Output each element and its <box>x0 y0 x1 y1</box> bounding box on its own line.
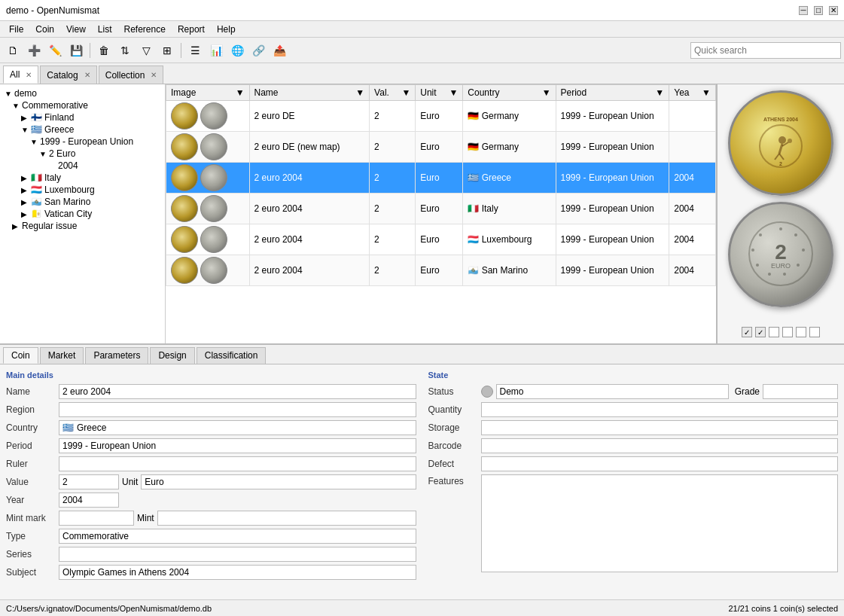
input-storage[interactable] <box>481 420 839 435</box>
sidebar-item-sanmarino[interactable]: ▶ 🇸🇲 San Marino <box>3 196 162 208</box>
table-row[interactable]: 2 euro 20042Euro🇸🇲 San Marino1999 - Euro… <box>166 255 716 286</box>
checkbox1[interactable]: ✓ <box>742 327 752 337</box>
sidebar-item-greece[interactable]: ▼ 🇬🇷 Greece <box>3 124 162 136</box>
tab-collection[interactable]: Collection ✕ <box>99 66 164 84</box>
input-unit[interactable] <box>141 474 416 489</box>
table-view-button[interactable]: ☰ <box>185 41 205 60</box>
input-subject[interactable] <box>59 565 416 580</box>
filter-button[interactable]: ▽ <box>136 41 156 60</box>
tab-parameters[interactable]: Parameters <box>85 347 148 364</box>
col-country[interactable]: Country▼ <box>463 85 556 101</box>
input-region[interactable] <box>59 402 416 417</box>
input-mint[interactable] <box>157 511 416 526</box>
menu-help[interactable]: Help <box>211 23 242 36</box>
tab-collection-close[interactable]: ✕ <box>151 71 157 79</box>
tab-catalog[interactable]: Catalog ✕ <box>40 66 96 84</box>
table-row[interactable]: 2 euro 20042Euro🇱🇺 Luxembourg1999 - Euro… <box>166 224 716 255</box>
checkbox6[interactable] <box>809 327 820 337</box>
sidebar-item-commemorative[interactable]: ▼ Commemorative <box>3 99 162 111</box>
tab-catalog-close[interactable]: ✕ <box>84 71 90 79</box>
search-input[interactable] <box>690 42 841 59</box>
input-barcode[interactable] <box>481 438 839 453</box>
label-defect: Defect <box>428 459 481 469</box>
close-button[interactable]: ✕ <box>829 6 838 15</box>
menu-file[interactable]: File <box>3 23 29 36</box>
export-button[interactable]: 📤 <box>270 41 289 60</box>
col-image[interactable]: Image▼ <box>166 85 250 101</box>
sidebar-item-2euro[interactable]: ▼ 2 Euro <box>3 148 162 160</box>
detail-body: Main details Name Region Country 🇬🇷 Gre <box>0 364 844 599</box>
sidebar-item-demo[interactable]: ▼ demo <box>3 87 162 99</box>
save-button[interactable]: 💾 <box>66 41 86 60</box>
menu-list[interactable]: List <box>92 23 118 36</box>
tab-design[interactable]: Design <box>150 347 194 364</box>
input-period[interactable] <box>59 438 416 453</box>
add-coin-button[interactable]: ➕ <box>24 41 44 60</box>
table-row[interactable]: 2 euro 20042Euro🇮🇹 Italy1999 - European … <box>166 194 716 224</box>
input-value[interactable] <box>59 474 119 489</box>
menu-coin[interactable]: Coin <box>29 23 60 36</box>
input-defect[interactable] <box>481 456 839 471</box>
svg-point-15 <box>783 273 786 276</box>
tab-classification[interactable]: Classification <box>197 347 267 364</box>
sidebar-item-vaticancity[interactable]: ▶ 🇻🇦 Vatican City <box>3 208 162 220</box>
table-row[interactable]: 2 euro DE2Euro🇩🇪 Germany1999 - European … <box>166 101 716 132</box>
menu-view[interactable]: View <box>60 23 92 36</box>
checkbox2[interactable]: ✓ <box>755 327 766 337</box>
svg-text:2: 2 <box>779 161 782 166</box>
col-unit[interactable]: Unit▼ <box>416 85 463 101</box>
input-name[interactable] <box>59 384 416 399</box>
sort-button[interactable]: ⇅ <box>115 41 135 60</box>
table-row[interactable]: 2 euro DE (new map)2Euro🇩🇪 Germany1999 -… <box>166 132 716 163</box>
sidebar-item-2004[interactable]: 2004 <box>3 160 162 172</box>
col-value[interactable]: Val.▼ <box>370 85 416 101</box>
input-ruler[interactable] <box>59 456 416 471</box>
textarea-features[interactable] <box>481 474 839 572</box>
cell-period: 1999 - European Union <box>556 255 669 286</box>
menu-report[interactable]: Report <box>172 23 211 36</box>
tab-market[interactable]: Market <box>40 347 84 364</box>
map-button[interactable]: 🌐 <box>227 41 247 60</box>
sidebar-item-regularissue[interactable]: ▶ Regular issue <box>3 220 162 232</box>
clone-button[interactable]: ⊞ <box>157 41 177 60</box>
input-quantity[interactable] <box>481 402 839 417</box>
maximize-button[interactable]: □ <box>814 6 823 15</box>
delete-button[interactable]: 🗑 <box>94 41 114 60</box>
checkbox3[interactable] <box>769 327 779 337</box>
col-name[interactable]: Name▼ <box>249 85 370 101</box>
flag-italy: 🇮🇹 <box>31 172 42 183</box>
input-mintmark[interactable] <box>59 511 134 526</box>
input-type[interactable] <box>59 529 416 544</box>
sidebar-item-finland[interactable]: ▶ 🇫🇮 Finland <box>3 111 162 124</box>
field-row-quantity: Quantity <box>428 402 839 417</box>
input-series[interactable] <box>59 547 416 562</box>
input-grade[interactable] <box>763 384 838 399</box>
sidebar-item-luxembourg[interactable]: ▶ 🇱🇺 Luxembourg <box>3 184 162 196</box>
menu-reference[interactable]: Reference <box>118 23 172 36</box>
tab-all[interactable]: All ✕ <box>3 66 38 84</box>
tree-arrow-vaticancity: ▶ <box>21 210 29 218</box>
chart-button[interactable]: 📊 <box>206 41 226 60</box>
input-year[interactable] <box>59 492 119 508</box>
col-year[interactable]: Yea▼ <box>669 85 716 101</box>
label-country: Country <box>6 422 59 433</box>
sidebar-item-italy[interactable]: ▶ 🇮🇹 Italy <box>3 172 162 184</box>
link-button[interactable]: 🔗 <box>248 41 268 60</box>
input-status[interactable] <box>496 384 729 399</box>
app-title: demo - OpenNumismat <box>6 5 99 16</box>
sidebar-item-1999eu[interactable]: ▼ 1999 - European Union <box>3 136 162 148</box>
table-row[interactable]: 2 euro 20042Euro🇬🇷 Greece1999 - European… <box>166 163 716 194</box>
checkbox4[interactable] <box>782 327 793 337</box>
field-row-ruler: Ruler <box>6 456 416 471</box>
col-period[interactable]: Period▼ <box>556 85 669 101</box>
flag-vaticancity: 🇻🇦 <box>31 209 42 219</box>
cell-value: 2 <box>370 101 416 132</box>
edit-button[interactable]: ✏️ <box>45 41 65 60</box>
minimize-button[interactable]: ─ <box>799 6 808 15</box>
checkbox5[interactable] <box>796 327 806 337</box>
label-ruler: Ruler <box>6 459 59 469</box>
sidebar-label-2004: 2004 <box>58 160 78 171</box>
new-collection-button[interactable]: 🗋 <box>3 41 23 60</box>
tab-all-close[interactable]: ✕ <box>26 71 32 79</box>
tab-coin[interactable]: Coin <box>3 347 38 364</box>
